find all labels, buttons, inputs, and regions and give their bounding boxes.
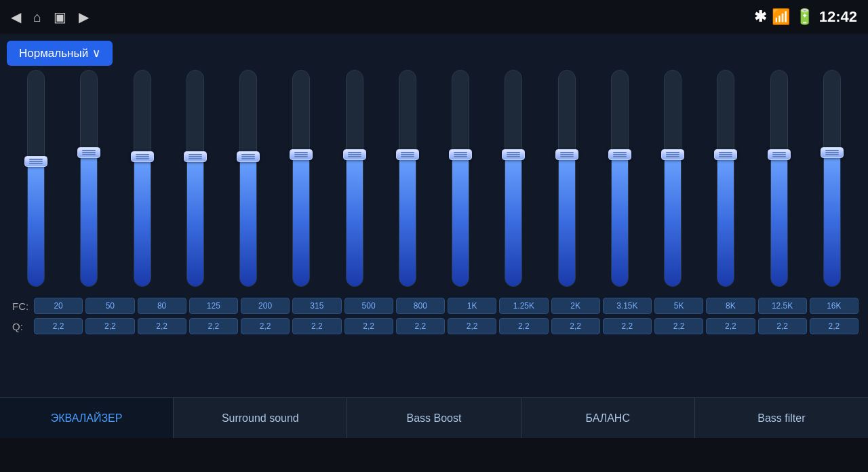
fc-badge-1[interactable]: 50 [85,298,134,314]
slider-handle-6[interactable] [343,149,366,160]
fc-badge-11[interactable]: 3.15K [603,298,652,314]
slider-handle-8[interactable] [449,149,472,160]
slider-fill-7 [399,155,416,286]
fc-badge-7[interactable]: 800 [396,298,445,314]
slider-track-9 [505,70,522,287]
q-badge-5[interactable]: 2,2 [292,318,341,334]
fc-badge-8[interactable]: 1K [448,298,496,314]
bluetooth-icon: ✱ [754,8,766,26]
clock: 12:42 [819,8,857,26]
fc-badge-15[interactable]: 16K [810,298,859,314]
slider-col-11 [599,70,640,294]
slider-col-13 [705,70,746,294]
slider-track-14 [770,70,788,287]
slider-handle-1[interactable] [77,147,100,158]
fc-row: FC: 2050801252003155008001K1.25K2K3.15K5… [9,298,859,314]
slider-handle-15[interactable] [821,147,844,158]
fc-badge-3[interactable]: 125 [189,298,238,314]
slider-handle-11[interactable] [608,149,631,160]
slider-col-1 [68,70,109,294]
q-badge-8[interactable]: 2,2 [448,318,496,334]
q-badge-6[interactable]: 2,2 [344,318,393,334]
slider-fill-2 [134,157,151,286]
slider-track-12 [664,70,682,287]
slider-col-9 [493,70,534,294]
q-badge-13[interactable]: 2,2 [706,318,755,334]
slider-fill-0 [28,161,44,286]
q-badge-1[interactable]: 2,2 [85,318,134,334]
q-badge-2[interactable]: 2,2 [138,318,186,334]
slider-handle-5[interactable] [290,149,313,160]
slider-handle-0[interactable] [24,156,47,167]
q-label: Q: [9,321,34,332]
q-badge-11[interactable]: 2,2 [603,318,652,334]
slider-track-8 [452,70,469,287]
fc-badge-5[interactable]: 315 [292,298,341,314]
slider-track-15 [823,70,841,287]
slider-handle-4[interactable] [237,151,260,162]
preset-label: Нормальный [19,47,88,60]
slider-col-7 [387,70,428,294]
q-badge-7[interactable]: 2,2 [396,318,445,334]
slider-fill-8 [452,155,469,286]
slider-handle-12[interactable] [661,149,684,160]
slider-fill-12 [665,155,681,286]
slider-handle-14[interactable] [768,149,791,160]
slider-track-0 [27,70,45,287]
q-badge-3[interactable]: 2,2 [189,318,238,334]
slider-handle-7[interactable] [396,149,419,160]
slider-handle-13[interactable] [714,149,737,160]
slider-fill-1 [81,153,97,286]
tab-bassfilter[interactable]: Bass filter [695,398,868,438]
fc-badge-12[interactable]: 5K [654,298,703,314]
slider-fill-15 [824,153,840,286]
slider-handle-10[interactable] [555,149,578,160]
window-icon[interactable]: ▣ [54,9,66,25]
tab-surround[interactable]: Surround sound [174,398,347,438]
tab-balance[interactable]: БАЛАНС [521,398,695,438]
play-icon[interactable]: ▶ [79,9,89,25]
q-badge-14[interactable]: 2,2 [758,318,807,334]
fc-badge-13[interactable]: 8K [706,298,755,314]
slider-handle-2[interactable] [131,151,154,162]
battery-icon: 🔋 [795,8,814,26]
fc-badge-9[interactable]: 1.25K [499,298,548,314]
q-row: Q: 2,22,22,22,22,22,22,22,22,22,22,22,22… [9,318,859,334]
fc-badge-14[interactable]: 12.5K [758,298,807,314]
slider-col-15 [812,70,852,294]
q-badge-4[interactable]: 2,2 [241,318,290,334]
sliders-container [7,70,861,294]
q-badge-10[interactable]: 2,2 [551,318,600,334]
fc-badge-2[interactable]: 80 [138,298,186,314]
status-right: ✱ 📶 🔋 12:42 [754,8,857,26]
fc-badge-6[interactable]: 500 [344,298,393,314]
main-content: Нормальный ∨ FC: 2050801252003155008001K… [0,34,868,438]
slider-col-3 [175,70,216,294]
tab-bassboost[interactable]: Bass Boost [347,398,521,438]
tab-equalizer[interactable]: ЭКВАЛАЙЗЕР [0,398,174,438]
fc-badge-10[interactable]: 2K [551,298,600,314]
fc-badge-0[interactable]: 20 [34,298,83,314]
slider-fill-11 [612,155,628,286]
slider-col-4 [228,70,269,294]
fc-badge-4[interactable]: 200 [241,298,290,314]
slider-handle-9[interactable] [502,149,525,160]
fc-q-section: FC: 2050801252003155008001K1.25K2K3.15K5… [7,294,861,334]
back-icon[interactable]: ◀ [11,9,21,25]
home-icon[interactable]: ⌂ [33,9,41,25]
preset-button[interactable]: Нормальный ∨ [7,41,113,66]
slider-fill-10 [559,155,575,286]
slider-col-5 [281,70,321,294]
slider-fill-4 [240,157,256,286]
q-badge-9[interactable]: 2,2 [499,318,548,334]
fc-badges: 2050801252003155008001K1.25K2K3.15K5K8K1… [34,298,859,314]
slider-track-6 [346,70,363,287]
preset-arrow: ∨ [92,46,100,60]
q-badge-15[interactable]: 2,2 [810,318,859,334]
q-badge-0[interactable]: 2,2 [34,318,83,334]
q-badge-12[interactable]: 2,2 [654,318,703,334]
slider-handle-3[interactable] [184,151,207,162]
slider-col-2 [122,70,163,294]
slider-col-12 [652,70,693,294]
slider-col-14 [759,70,800,294]
